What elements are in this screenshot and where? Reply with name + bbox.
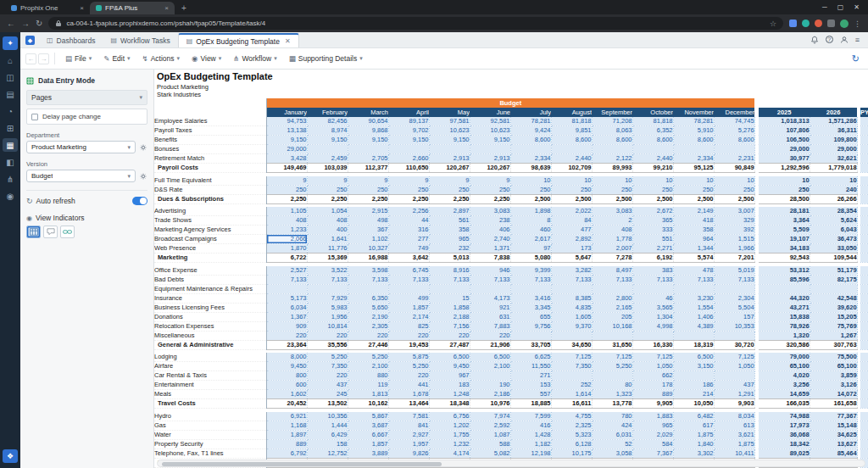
data-cell[interactable]: 2,325	[551, 421, 592, 430]
menu-view[interactable]: ◉View▾	[186, 52, 226, 65]
data-cell[interactable]: 2,440	[551, 154, 592, 164]
annual-cell-2025[interactable]: 107,806	[759, 126, 810, 136]
data-cell[interactable]: 6,756	[429, 412, 470, 421]
data-cell[interactable]: 2,174	[388, 312, 429, 321]
workflow-icon[interactable]: ⋔	[3, 172, 18, 186]
data-cell[interactable]: 3,889	[348, 448, 388, 458]
doc-tab-opex-budgeting-template[interactable]: ▤ OpEx Budgeting Template ✕	[178, 33, 299, 47]
user-icon[interactable]	[840, 36, 849, 44]
data-cell[interactable]: 6,792	[266, 448, 307, 458]
data-cell[interactable]: 7,125	[714, 353, 754, 362]
data-cell[interactable]: 277	[388, 235, 429, 244]
data-cell[interactable]: 102,709	[551, 164, 592, 173]
data-cell[interactable]: 29,000	[266, 145, 307, 154]
data-cell[interactable]: 2,892	[551, 235, 592, 244]
data-cell[interactable]	[348, 284, 388, 293]
auto-refresh-toggle[interactable]	[132, 197, 147, 205]
data-cell[interactable]: 2,527	[266, 266, 307, 276]
data-cell[interactable]: 84	[551, 216, 592, 226]
data-cell[interactable]: 10,411	[714, 448, 754, 458]
data-cell[interactable]: 250	[632, 185, 673, 194]
data-cell[interactable]: 1,050	[632, 362, 673, 371]
data-cell[interactable]: 2,500	[592, 194, 632, 203]
data-cell[interactable]: 4,998	[632, 321, 673, 331]
data-cell[interactable]: 584	[632, 439, 673, 448]
data-cell[interactable]: 6,352	[632, 126, 673, 136]
department-settings-gear-icon[interactable]	[139, 143, 147, 152]
data-cell[interactable]: 80	[592, 381, 632, 390]
data-cell[interactable]: 2,149	[673, 207, 714, 216]
annual-cell-2026[interactable]: 161,658	[810, 399, 857, 409]
annual-cell-2026[interactable]: 13,627	[810, 439, 857, 448]
data-cell[interactable]: 9,450	[266, 362, 307, 371]
data-cell[interactable]: 1,323	[592, 390, 632, 399]
data-cell[interactable]: 52	[592, 439, 632, 448]
window-minimize-button[interactable]: ─	[822, 3, 827, 11]
browser-reload-icon[interactable]: ↻	[36, 20, 42, 28]
data-cell[interactable]: 2,500	[673, 194, 714, 203]
data-cell[interactable]: 12,198	[510, 448, 551, 458]
annual-cell-2026[interactable]: 3,126	[810, 381, 857, 390]
reports-icon[interactable]: ▤	[3, 87, 18, 101]
data-cell[interactable]: 15	[429, 293, 470, 303]
data-cell[interactable]	[510, 284, 551, 293]
data-cell[interactable]: 18,319	[673, 340, 714, 349]
browser-back-icon[interactable]: ←	[7, 20, 15, 28]
data-cell[interactable]: 2,913	[429, 154, 470, 164]
data-cell[interactable]: 1,966	[714, 244, 754, 254]
data-cell[interactable]: 7,838	[470, 254, 510, 263]
data-cell[interactable]: 408	[266, 216, 307, 226]
data-cell[interactable]: 250	[388, 185, 429, 194]
data-cell[interactable]: 250	[307, 185, 348, 194]
data-cell[interactable]: 329	[714, 216, 754, 226]
data-cell[interactable]: 1,813	[348, 390, 388, 399]
data-cell[interactable]: 97	[510, 244, 551, 254]
data-cell[interactable]: 10,623	[429, 126, 470, 136]
data-cell[interactable]: 2,066	[266, 235, 307, 244]
data-cell[interactable]: 424	[592, 421, 632, 430]
data-cell[interactable]: 1,678	[388, 390, 429, 399]
data-cell[interactable]: 1,641	[307, 235, 348, 244]
data-cell[interactable]: 1,050	[714, 362, 754, 371]
department-select[interactable]: Product Marketing ▾	[26, 141, 136, 153]
data-cell[interactable]: 153	[510, 381, 551, 390]
data-cell[interactable]: 5,250	[348, 353, 388, 362]
data-cell[interactable]: 7,278	[592, 254, 632, 263]
annual-cell-2025[interactable]: 18,342	[759, 439, 810, 448]
annual-cell-2026[interactable]: 42,548	[810, 293, 857, 303]
data-cell[interactable]: 2,915	[348, 207, 388, 216]
data-cell[interactable]	[510, 145, 551, 154]
annual-cell-2026[interactable]: 307,763	[810, 340, 857, 349]
data-cell[interactable]: 5,875	[388, 353, 429, 362]
data-cell[interactable]: 6,350	[348, 293, 388, 303]
data-cell[interactable]: 9,424	[510, 126, 551, 136]
data-cell[interactable]: 9,903	[714, 399, 754, 409]
data-cell[interactable]: 8,000	[266, 353, 307, 362]
annual-cell-2026[interactable]: 6,043	[810, 226, 857, 235]
data-cell[interactable]: 1,168	[266, 421, 307, 430]
data-cell[interactable]: 3,282	[551, 266, 592, 276]
data-cell[interactable]: 3,522	[307, 266, 348, 276]
data-cell[interactable]: 10,168	[592, 321, 632, 331]
data-cell[interactable]: 2,500	[551, 194, 592, 203]
data-cell[interactable]: 3,598	[348, 266, 388, 276]
data-cell[interactable]: 190	[470, 381, 510, 390]
annual-cell-2025[interactable]: 36,068	[759, 430, 810, 439]
browser-menu-icon[interactable]: ⋮	[854, 20, 861, 28]
annual-cell-2026[interactable]	[810, 284, 857, 293]
data-cell[interactable]: 2,165	[592, 303, 632, 312]
data-cell[interactable]: 7,929	[307, 293, 348, 303]
data-cell[interactable]: 13,778	[592, 399, 632, 409]
browser-tab-fpa-plus[interactable]: FP&A Plus ×	[90, 2, 175, 14]
data-cell[interactable]: 800	[266, 371, 307, 381]
data-cell[interactable]: 9,868	[348, 126, 388, 136]
data-cell[interactable]: 120,267	[470, 164, 510, 173]
data-cell[interactable]: 8,600	[551, 136, 592, 145]
data-cell[interactable]: 7,367	[632, 448, 673, 458]
data-cell[interactable]: 3,058	[592, 448, 632, 458]
data-cell[interactable]: 1,371	[470, 244, 510, 254]
data-cell[interactable]: 1,344	[673, 244, 714, 254]
data-cell[interactable]: 1,554	[673, 303, 714, 312]
horizontal-scrollbar[interactable]	[157, 460, 865, 467]
data-cell[interactable]: 2,188	[429, 312, 470, 321]
